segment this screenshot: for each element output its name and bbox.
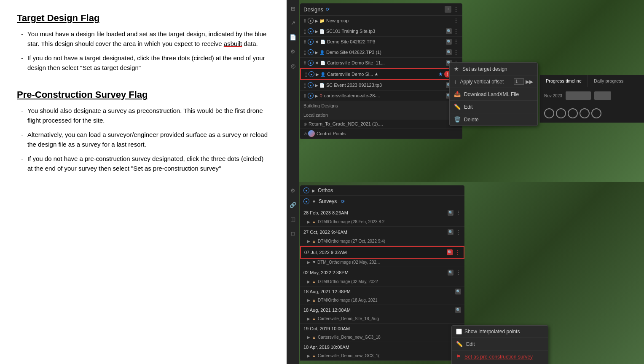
surveys-refresh[interactable]: ⟳	[341, 199, 345, 204]
surveys-arrow[interactable]: ▼	[312, 199, 316, 204]
star-menu-icon: ★	[454, 66, 459, 72]
survey1-sub: ▶ ▲ DTM/Orthoimage (27 Oct, 2022 9:4(	[300, 238, 464, 246]
survey2-expand[interactable]: ▶	[307, 260, 310, 265]
survey6-expand[interactable]: ▶	[307, 335, 310, 340]
sidebar-icon-pdf: 📄	[289, 33, 297, 41]
delete-item[interactable]: 🗑️ Delete	[450, 113, 537, 126]
apply-offset-item[interactable]: ↕ Apply vertical offset ▶▶	[450, 75, 537, 88]
vis-icon7[interactable]: ●	[308, 82, 314, 88]
sidebar-icon-2: ↗	[289, 19, 297, 27]
vis-icon6[interactable]: ●	[309, 71, 314, 77]
edit-item[interactable]: ✏️ Edit	[450, 101, 537, 113]
right-panel: ⊞ ↗ 📄 ⚙ ◎ Designs ⟳ + ⋮	[287, 0, 644, 364]
survey2-sub: ▶ ⚑ DTM_Orthoimage (02 May, 202...	[300, 259, 464, 267]
expand-icon7[interactable]: ▶	[315, 83, 318, 88]
star-icon: ★	[438, 71, 443, 77]
offset-icon: ↕	[454, 78, 457, 85]
survey-row-1: 27 Oct, 2022 9:46AM 🔍 ⋮ ▶ ▲ DTM/Orthoima…	[300, 227, 464, 246]
expand-icon2[interactable]: ▶	[315, 29, 318, 34]
download-landxml-label: Download LandXML File	[464, 91, 519, 97]
forward-icon[interactable]: ▶▶	[526, 79, 533, 85]
survey5-dtm-icon: ▲	[312, 316, 316, 321]
vis-icon2[interactable]: ●	[308, 28, 314, 34]
survey4-search[interactable]: 🔍	[455, 289, 461, 294]
survey1-expand[interactable]: ▶	[307, 239, 310, 244]
folder-icon: 📁	[319, 19, 325, 23]
show-interpolated-item[interactable]: Show interpolated points	[452, 326, 548, 338]
show-interpolated-label: Show interpolated points	[464, 329, 520, 335]
set-target-design-item[interactable]: ★ Set as target design	[450, 63, 537, 75]
survey4-expand[interactable]: ▶	[307, 298, 310, 302]
sc-event-name: SC Event 2023 092123.tp3	[326, 83, 444, 88]
tab-daily-progress[interactable]: Daily progress	[588, 75, 629, 87]
visibility-icon[interactable]: ●	[308, 18, 314, 24]
survey1-search[interactable]: 🔍	[448, 229, 453, 235]
circle1	[544, 108, 554, 118]
left-panel: Target Design Flag - You must have a des…	[0, 0, 287, 364]
survey0-dots[interactable]: ⋮	[455, 209, 461, 216]
bottom-left-sidebar: ⚙ 🔗 ◫ □	[287, 182, 299, 364]
expand-icon4[interactable]: ▶	[315, 50, 318, 55]
circle3	[568, 108, 578, 118]
survey5-search[interactable]: 🔍	[455, 307, 461, 313]
survey2-dots[interactable]: ⋮	[454, 249, 460, 256]
sc101-dots[interactable]: ⋮	[453, 28, 459, 35]
vis-icon3[interactable]: ●	[308, 39, 314, 45]
cp-globe-icon	[308, 130, 315, 137]
search-icon3[interactable]: 🔍	[446, 49, 452, 55]
survey-row-4: 18 Aug, 2021 12:38PM 🔍 ▶ ▲ DTM/Orthoimag…	[300, 286, 464, 305]
surveys-vis-icon[interactable]: ●	[303, 198, 309, 204]
survey0-sub: ▶ ▲ DTM/Orthoimage (28 Feb, 2023 8:2	[300, 218, 464, 226]
settings-icon: ⚙	[289, 186, 297, 195]
interpolated-checkbox[interactable]	[456, 329, 462, 335]
sidebar-icon-4: ◎	[289, 62, 297, 70]
survey2-search[interactable]: 🔍	[447, 249, 453, 255]
tab-progress-timeline[interactable]: Progress timeline	[540, 75, 588, 87]
section2-bullet2: - Alternatively, you can load a surveyor…	[21, 130, 270, 149]
file-icon7: 📄	[319, 83, 325, 88]
designs-dots[interactable]: ⋮	[453, 6, 459, 13]
triangle-icon: ⚲	[319, 94, 322, 98]
vis-icon5[interactable]: ●	[308, 60, 314, 66]
survey5-expand[interactable]: ▶	[307, 316, 310, 321]
orthos-label: Orthos	[318, 187, 333, 193]
offset-input[interactable]	[514, 78, 524, 85]
set-preconstruction-item[interactable]: ⚑ Set as pre-construction survey	[452, 351, 548, 363]
orthos-expand[interactable]: ▶	[312, 188, 315, 193]
drag-icon3: ⣿	[303, 40, 306, 44]
survey7-expand[interactable]: ▶	[307, 353, 310, 358]
sc-event-row: ⣿ ● ▶ 📄 SC Event 2023 092123.tp3 🔍 ⋮	[300, 80, 462, 91]
bottom-edit-item[interactable]: ✏️ Edit	[452, 338, 548, 351]
arrow-icon[interactable]: ▼	[314, 40, 319, 44]
survey3-sub: ▶ ▲ DTM/Orthoimage (02 May, 2022	[300, 278, 464, 286]
survey-row-6: 19 Oct, 2019 10:00AM 🔍 ▶ ▲ Cartersville_…	[300, 324, 464, 342]
survey1-dtm-icon: ▲	[312, 239, 316, 244]
orthos-vis-icon[interactable]: ●	[303, 187, 309, 193]
arrow-icon5[interactable]: ▼	[314, 61, 319, 65]
search-icon[interactable]: 🔍	[446, 28, 452, 34]
survey3-search[interactable]: 🔍	[448, 270, 453, 276]
designs-label: Designs	[303, 6, 323, 13]
survey-row-7: 10 Apr, 2019 10:00AM 🔍 ▶ ▲ Cartersville_…	[300, 342, 464, 361]
survey3-dots[interactable]: ⋮	[455, 269, 461, 276]
vis-icon4[interactable]: ●	[308, 49, 314, 55]
survey3-expand[interactable]: ▶	[307, 279, 310, 284]
survey1-dots[interactable]: ⋮	[455, 229, 461, 236]
demo-dots[interactable]: ⋮	[453, 38, 459, 45]
survey0-expand[interactable]: ▶	[307, 219, 310, 224]
cartersville-demo-name: cartersville-demo-site-28-...	[324, 93, 444, 98]
download-landxml-item[interactable]: 📥 Download LandXML File	[450, 88, 537, 101]
search-icon2[interactable]: 🔍	[446, 39, 452, 45]
new-group-dots[interactable]: ⋮	[453, 17, 459, 24]
expand-icon6[interactable]: ▶	[316, 72, 319, 77]
cartersville-highlighted-row: ⣿ ● ▶ 👤 Cartersville Demo Si... ★ ★ ! ⋮	[300, 68, 462, 80]
survey0-search[interactable]: 🔍	[448, 210, 453, 216]
demo1-dots[interactable]: ⋮	[453, 49, 459, 56]
expand-icon8[interactable]: ▶	[315, 94, 318, 98]
bottom-edit-label: Edit	[466, 341, 475, 347]
designs-add-btn[interactable]: +	[445, 6, 451, 13]
expand-icon[interactable]: ▶	[315, 19, 318, 23]
vis-icon8[interactable]: ●	[308, 93, 314, 99]
drag-icon7: ⣿	[303, 83, 306, 88]
orthos-row: ● ▶ Orthos	[300, 185, 464, 196]
